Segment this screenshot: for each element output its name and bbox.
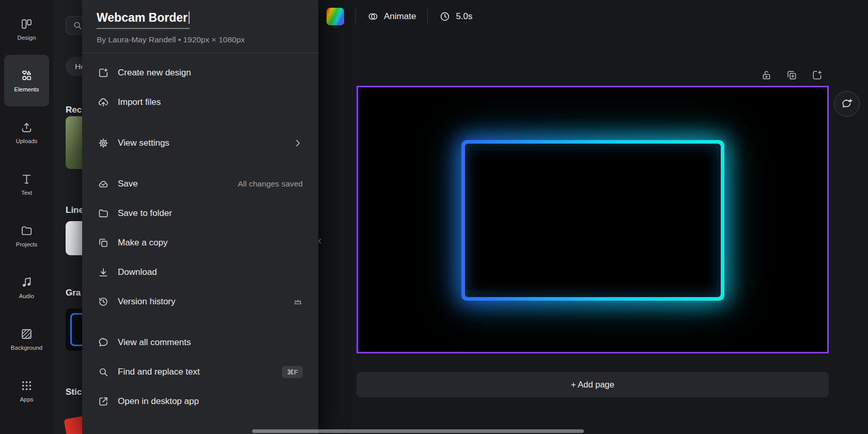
page-actions <box>761 69 823 81</box>
download-icon <box>98 267 109 278</box>
menu-item-label: Save to folder <box>118 208 172 219</box>
duplicate-page-button[interactable] <box>786 69 798 81</box>
neon-border-element[interactable] <box>461 140 724 301</box>
uploads-icon <box>20 121 33 134</box>
menu-item-label: Create new design <box>118 68 191 78</box>
add-comment-button[interactable] <box>834 91 860 117</box>
crown-icon <box>293 297 303 307</box>
menu-item-label: Import files <box>118 97 161 107</box>
editor-toolbar: Animate 5.0s <box>318 0 473 33</box>
design-icon <box>20 18 33 30</box>
canvas-workspace: Animate 5.0s <box>318 0 868 434</box>
design-title-text: Webcam Border <box>97 11 188 24</box>
design-byline: By Laura-May Randell • 1920px × 1080px <box>97 35 304 44</box>
menu-item-create-new-design[interactable]: Create new design <box>82 58 318 88</box>
horizontal-scrollbar[interactable] <box>252 429 584 433</box>
sidebar-item-label: Text <box>21 190 32 196</box>
file-menu-dropdown: Webcam Border By Laura-May Randell • 192… <box>82 0 318 434</box>
import-cloud-icon <box>98 97 109 108</box>
chevron-right-icon <box>292 138 303 148</box>
keyboard-shortcut-badge: ⌘F <box>282 366 303 378</box>
menu-item-make-a-copy[interactable]: Make a copy <box>82 228 318 258</box>
new-design-icon <box>98 67 109 79</box>
elements-icon <box>20 69 33 82</box>
menu-item-open-in-desktop-app[interactable]: Open in desktop app <box>82 387 318 416</box>
menu-item-label: Open in desktop app <box>118 396 199 407</box>
design-title-section: Webcam Border By Laura-May Randell • 192… <box>82 0 318 53</box>
sidebar-item-label: Projects <box>16 241 38 247</box>
sidebar-item-projects[interactable]: Projects <box>4 210 49 261</box>
comment-bubble-icon <box>98 337 109 348</box>
animate-label: Animate <box>384 11 416 22</box>
duration-button[interactable]: 5.0s <box>439 11 472 22</box>
sidebar-item-uploads[interactable]: Uploads <box>4 106 49 158</box>
menu-item-save-to-folder[interactable]: Save to folder <box>82 199 318 228</box>
sidebar-item-text[interactable]: Text <box>4 158 49 210</box>
history-icon <box>98 296 109 307</box>
menu-item-save[interactable]: Save All changes saved <box>82 169 318 199</box>
duplicate-page-icon <box>786 69 798 81</box>
menu-item-label: View all comments <box>118 337 191 348</box>
save-status-text: All changes saved <box>238 179 303 189</box>
duration-label: 5.0s <box>456 11 472 22</box>
color-picker-button[interactable] <box>327 8 344 25</box>
menu-item-version-history[interactable]: Version history <box>82 287 318 317</box>
music-note-icon <box>20 276 33 289</box>
sidebar-item-audio[interactable]: Audio <box>4 261 49 313</box>
toolbar-divider <box>427 9 428 24</box>
section-heading-recent: Rec <box>66 105 82 115</box>
menu-item-view-settings[interactable]: View settings <box>82 129 318 158</box>
comment-plus-icon <box>841 98 853 110</box>
add-page-icon <box>811 69 823 81</box>
section-heading-stickers: Stic <box>66 387 82 397</box>
add-page-button[interactable]: + Add page <box>357 372 829 397</box>
apps-grid-icon <box>20 379 33 392</box>
chevron-left-icon: ‹ <box>318 234 321 247</box>
sidebar-item-elements[interactable]: Elements <box>4 55 49 106</box>
menu-item-download[interactable]: Download <box>82 258 318 287</box>
menu-item-import-files[interactable]: Import files <box>82 88 318 117</box>
sidebar-item-label: Apps <box>20 396 33 402</box>
sidebar-item-background[interactable]: Background <box>4 313 49 365</box>
folder-icon <box>20 224 33 237</box>
sidebar-item-label: Uploads <box>16 138 37 144</box>
lock-page-button[interactable] <box>761 69 772 81</box>
save-cloud-check-icon <box>98 178 109 190</box>
text-cursor <box>189 11 190 24</box>
clock-icon <box>439 11 451 22</box>
file-menu-list: Create new design Import files View sett… <box>82 53 318 416</box>
menu-item-label: Save <box>118 179 138 189</box>
canva-editor: Design Elements Uploads Text Projects <box>0 0 868 434</box>
unlock-icon <box>761 69 772 81</box>
search-icon <box>98 366 109 378</box>
gear-icon <box>98 137 109 149</box>
sidebar-item-label: Audio <box>19 293 34 299</box>
menu-item-label: Download <box>118 267 157 277</box>
background-hatch-icon <box>20 328 33 340</box>
design-page[interactable] <box>357 86 829 353</box>
left-nav-rail: Design Elements Uploads Text Projects <box>0 0 53 434</box>
animate-button[interactable]: Animate <box>367 11 416 22</box>
section-heading-lines: Line <box>66 205 84 215</box>
menu-item-label: Version history <box>118 297 176 307</box>
text-icon <box>20 173 33 185</box>
copy-icon <box>98 237 109 249</box>
menu-item-label: Make a copy <box>118 238 167 248</box>
toolbar-divider <box>355 9 356 24</box>
neon-border-inner <box>465 144 721 297</box>
folder-icon <box>98 208 109 219</box>
sidebar-item-apps[interactable]: Apps <box>4 365 49 416</box>
menu-item-label: Find and replace text <box>118 367 200 377</box>
animate-icon <box>367 11 379 22</box>
sidebar-item-label: Background <box>11 345 42 351</box>
menu-item-find-and-replace[interactable]: Find and replace text ⌘F <box>82 358 318 387</box>
design-title-input[interactable]: Webcam Border <box>97 10 190 29</box>
sidebar-item-label: Design <box>18 35 36 41</box>
add-page-icon-button[interactable] <box>811 69 823 81</box>
external-link-icon <box>98 396 109 407</box>
sidebar-item-design[interactable]: Design <box>4 3 49 55</box>
menu-item-view-all-comments[interactable]: View all comments <box>82 328 318 358</box>
sidebar-item-label: Elements <box>14 86 39 92</box>
section-heading-graphics: Gra <box>66 288 81 298</box>
search-icon <box>72 20 83 30</box>
